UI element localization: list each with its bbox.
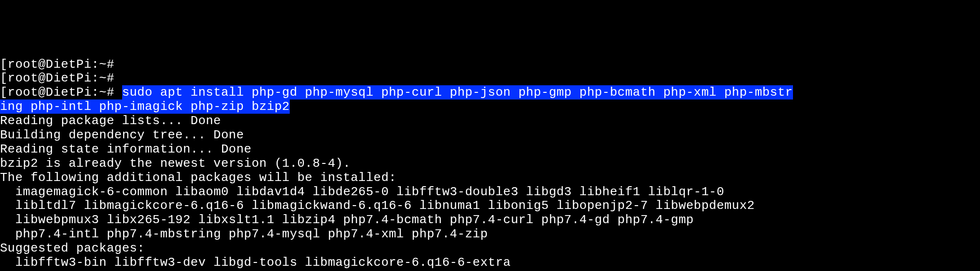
output-building-tree: Building dependency tree... Done (0, 128, 980, 143)
output-suggested-header: Suggested packages: (0, 242, 980, 256)
output-bzip2-newest: bzip2 is already the newest version (1.0… (0, 157, 980, 171)
output-additional-line4: php7.4-intl php7.4-mbstring php7.4-mysql… (0, 227, 980, 242)
prompt-line-2: [root@DietPi:~# (0, 72, 980, 86)
package-list-text: libwebpmux3 libx265-192 libxslt1.1 libzi… (15, 213, 694, 227)
shell-prompt: root@DietPi:~# (8, 85, 114, 99)
output-additional-line1: imagemagick-6-common libaom0 libdav1d4 l… (0, 185, 980, 199)
output-reading-state: Reading state information... Done (0, 143, 980, 157)
shell-prompt: root@DietPi:~# (8, 57, 114, 72)
package-list-text: imagemagick-6-common libaom0 libdav1d4 l… (15, 185, 724, 199)
command-text-highlighted-wrap: ing php-intl php-imagick php-zip bzip2 (0, 99, 290, 114)
output-suggested-line1: libfftw3-bin libfftw3-dev libgd-tools li… (0, 256, 980, 270)
output-additional-header: The following additional packages will b… (0, 171, 980, 185)
command-line-wrap: ing php-intl php-imagick php-zip bzip2 (0, 100, 980, 114)
package-list-text: libltdl7 libmagickcore-6.q16-6 libmagick… (15, 199, 755, 213)
prompt-bracket: [ (0, 71, 8, 85)
prompt-bracket: [ (0, 85, 8, 99)
output-additional-line2: libltdl7 libmagickcore-6.q16-6 libmagick… (0, 199, 980, 213)
command-line[interactable]: [root@DietPi:~# sudo apt install php-gd … (0, 86, 980, 100)
package-list-text: libfftw3-bin libfftw3-dev libgd-tools li… (15, 255, 511, 270)
output-additional-line3: libwebpmux3 libx265-192 libxslt1.1 libzi… (0, 213, 980, 227)
package-list-text: php7.4-intl php7.4-mbstring php7.4-mysql… (15, 227, 488, 241)
output-reading-lists: Reading package lists... Done (0, 114, 980, 128)
terminal-window[interactable]: [root@DietPi:~#[root@DietPi:~#[root@Diet… (0, 58, 980, 270)
prompt-bracket: [ (0, 57, 8, 72)
space (115, 85, 122, 99)
shell-prompt: root@DietPi:~# (8, 71, 114, 85)
prompt-line-1: [root@DietPi:~# (0, 58, 980, 72)
command-text-highlighted: sudo apt install php-gd php-mysql php-cu… (122, 85, 793, 99)
